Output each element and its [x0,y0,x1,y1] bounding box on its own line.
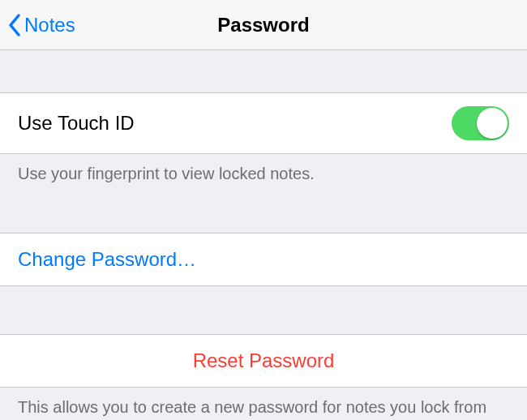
spacer [0,286,527,334]
toggle-knob [477,108,508,139]
change-password-cell[interactable]: Change Password… [0,233,527,286]
navigation-bar: Notes Password [0,0,527,50]
use-touch-id-label: Use Touch ID [18,112,135,135]
page-title: Password [0,14,527,36]
touch-id-footer: Use your fingerprint to view locked note… [0,154,527,185]
back-button[interactable]: Notes [0,13,75,37]
spacer [0,50,527,92]
reset-password-cell[interactable]: Reset Password [0,334,527,388]
reset-password-footer: This allows you to create a new password… [0,388,527,420]
reset-password-label: Reset Password [18,349,509,372]
touch-id-toggle[interactable] [452,106,509,140]
back-label: Notes [24,14,75,36]
spacer [0,185,527,233]
use-touch-id-cell: Use Touch ID [0,92,527,154]
chevron-left-icon [7,13,21,37]
change-password-label: Change Password… [18,248,196,271]
